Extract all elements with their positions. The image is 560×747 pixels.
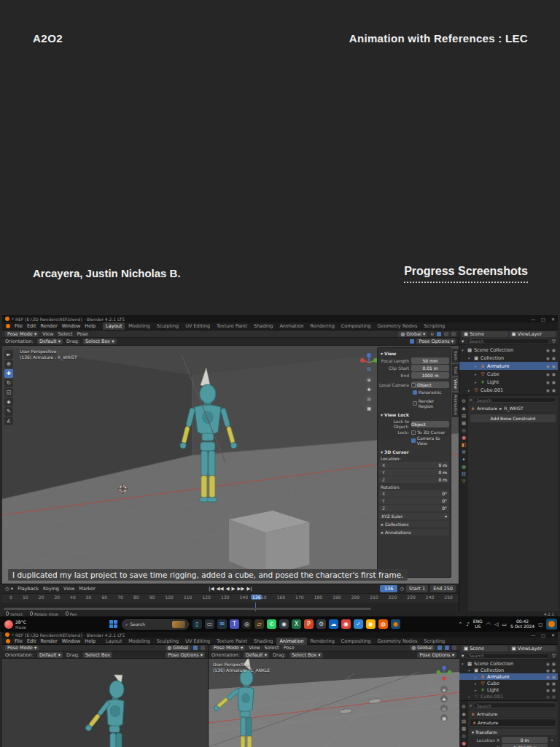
playback-button[interactable]: ◀ (226, 586, 230, 592)
minimize-icon[interactable]: — (531, 632, 535, 638)
orientation-dropdown[interactable]: Default ▾ (244, 652, 269, 658)
viewport-tool-button[interactable]: ◱ (4, 388, 13, 397)
breadcrumb-object[interactable]: Armature (477, 406, 497, 411)
taskbar-search[interactable]: ⌕ Search (122, 619, 189, 630)
properties-search-input[interactable] (473, 397, 556, 403)
taskbar-app-icon[interactable]: P (304, 619, 314, 629)
mode-dropdown[interactable]: Pose Mode ▾ (211, 645, 245, 651)
eye-icon[interactable]: ◉ (546, 681, 550, 686)
menu-item[interactable]: Edit (27, 638, 36, 644)
transform-value-field[interactable]: 0 m (502, 737, 548, 743)
viewport-tool-button[interactable]: ✚ (4, 369, 13, 378)
viewport-menu-item[interactable]: View (249, 645, 260, 651)
sidebar-tab[interactable]: View (452, 377, 459, 391)
workspace-tab[interactable]: Shading (251, 638, 276, 645)
value-field[interactable]: 1000 m (411, 372, 449, 379)
outliner-row[interactable]: ▸ ▽ Cube ◉▣ (459, 370, 558, 378)
menu-item[interactable]: Edit (27, 323, 36, 329)
workspace-tab[interactable]: Geometry Nodes (375, 322, 421, 330)
object-name-field[interactable]: ⋔ Armature (470, 719, 556, 727)
menu-item[interactable]: File (15, 638, 23, 644)
checkbox-icon[interactable] (411, 383, 416, 387)
eye-icon[interactable]: ◉ (546, 364, 550, 368)
filter-icon[interactable]: ▽ (552, 338, 556, 344)
taskbar-app-icon[interactable]: T (230, 619, 239, 629)
mode-dropdown[interactable]: Pose Mode ▾ (5, 645, 39, 651)
rot-value-field[interactable]: 0° (389, 498, 449, 504)
battery-icon[interactable]: ▭ (502, 622, 507, 627)
properties-tab-icon[interactable]: ● (462, 435, 466, 441)
close-icon[interactable]: ✕ (551, 632, 555, 638)
menu-item[interactable]: Window (62, 638, 81, 644)
lock-icon[interactable]: • (548, 738, 556, 743)
cursor-section-title[interactable]: ▾ 3D Cursor (381, 449, 449, 454)
clock-widget[interactable]: 00:42 5 Oct 2024 (510, 619, 534, 629)
zoom-icon[interactable]: ⊕ (440, 686, 448, 693)
maximize-icon[interactable]: □ (541, 632, 545, 638)
workspace-tab[interactable]: Sculpting (154, 322, 182, 330)
start-button[interactable] (109, 620, 118, 629)
taskbar-blender-active-app[interactable] (546, 619, 557, 630)
lock-3d-cursor-checkbox[interactable] (411, 430, 416, 435)
local-camera-field[interactable]: Object (411, 382, 449, 388)
viewport-tool-button[interactable]: ► (4, 350, 13, 359)
taskbar-app-icon[interactable]: ◉ (279, 619, 289, 629)
overlay-toggle-icon[interactable] (437, 332, 441, 336)
playback-button[interactable]: ▶▶ (238, 586, 245, 592)
workspace-tab[interactable]: Modeling (125, 322, 153, 330)
properties-tab-icon[interactable]: ◧ (462, 442, 466, 448)
eye-icon[interactable]: ◉ (546, 694, 550, 699)
shading-solid-icon[interactable] (452, 646, 456, 650)
scene-selector[interactable]: ▣Scene (462, 331, 508, 337)
mirror-x-icon[interactable] (410, 339, 414, 344)
workspace-tab[interactable]: Layout (103, 322, 125, 330)
properties-tab-icon[interactable]: ◍ (462, 464, 466, 470)
display-mode-icon[interactable]: ▾ (462, 653, 464, 659)
menu-item[interactable]: Render (40, 323, 57, 329)
workspace-tab[interactable]: Animation (276, 638, 306, 645)
workspace-tab[interactable]: Sculpting (154, 638, 182, 645)
render-visibility-icon[interactable]: ▣ (552, 364, 556, 368)
annotations-panel-header[interactable]: ▸ Annotations (379, 529, 449, 535)
language-indicator[interactable]: ENG US (473, 619, 483, 629)
rotation-mode-dropdown[interactable]: XYZ Euler▾ (379, 513, 449, 519)
menu-item[interactable]: Render (40, 638, 57, 644)
outliner-row[interactable]: ▸ ⋔ Armature ◉▣ (459, 673, 558, 680)
viewport-tool-button[interactable]: ✎ (4, 407, 13, 416)
eye-icon[interactable]: ◉ (546, 372, 550, 376)
eye-icon[interactable]: ◉ (546, 348, 550, 352)
eye-icon[interactable]: ◉ (546, 668, 550, 673)
properties-tab-icon[interactable]: ▤ (462, 413, 466, 419)
pose-options-dropdown[interactable]: Pose Options ▾ (166, 652, 205, 658)
sidebar-tab[interactable]: Tool (452, 364, 459, 376)
menu-item[interactable]: Window (62, 323, 81, 329)
timeline-ruler[interactable]: 0102030405060708090100110120130140150160… (2, 593, 459, 603)
camera-view-icon[interactable]: ◎ (440, 705, 448, 712)
outliner-row[interactable]: ▸ ✳ Light ◉▣ (459, 686, 558, 693)
render-visibility-icon[interactable]: ▣ (552, 688, 556, 692)
timeline-track[interactable] (2, 603, 459, 611)
snap-toggle-icon[interactable] (438, 646, 442, 650)
properties-tab-icon[interactable]: ▤ (462, 719, 466, 724)
workspace-tab[interactable]: Animation (276, 322, 306, 330)
properties-tab-icon[interactable]: ● (462, 740, 466, 746)
axis-value-field[interactable]: 0 m (389, 476, 449, 483)
view-layer-selector[interactable]: ▣ViewLayer (510, 331, 556, 337)
pan-hand-icon[interactable]: ✚ (440, 695, 448, 703)
properties-tab-icon[interactable]: ◎ (462, 427, 466, 433)
close-icon[interactable]: ✕ (551, 317, 555, 322)
taskbar-app-icon[interactable]: ▭ (205, 619, 214, 629)
transform-orientation-dropdown[interactable]: ◍ Global (166, 645, 191, 651)
properties-tab-icon[interactable]: ◎ (462, 733, 466, 739)
menu-item[interactable]: File (15, 323, 23, 329)
playhead-frame-chip[interactable]: 136 (251, 595, 262, 600)
breadcrumb-object[interactable]: Armature (477, 711, 497, 716)
taskbar-app-icon[interactable]: ▯ (192, 619, 202, 629)
workspace-tab[interactable]: Layout (103, 638, 125, 645)
3d-viewport[interactable]: User Perspective (136) Armature : R_WRIS… (2, 346, 459, 584)
xray-toggle-icon[interactable] (444, 332, 448, 336)
workspace-tab[interactable]: Texture Paint (214, 322, 250, 330)
taskbar-app-icon[interactable]: ◉ (366, 619, 376, 629)
view-lock-title[interactable]: ▾ View Lock (381, 412, 449, 417)
ortho-toggle-icon[interactable]: ▦ (440, 714, 448, 721)
